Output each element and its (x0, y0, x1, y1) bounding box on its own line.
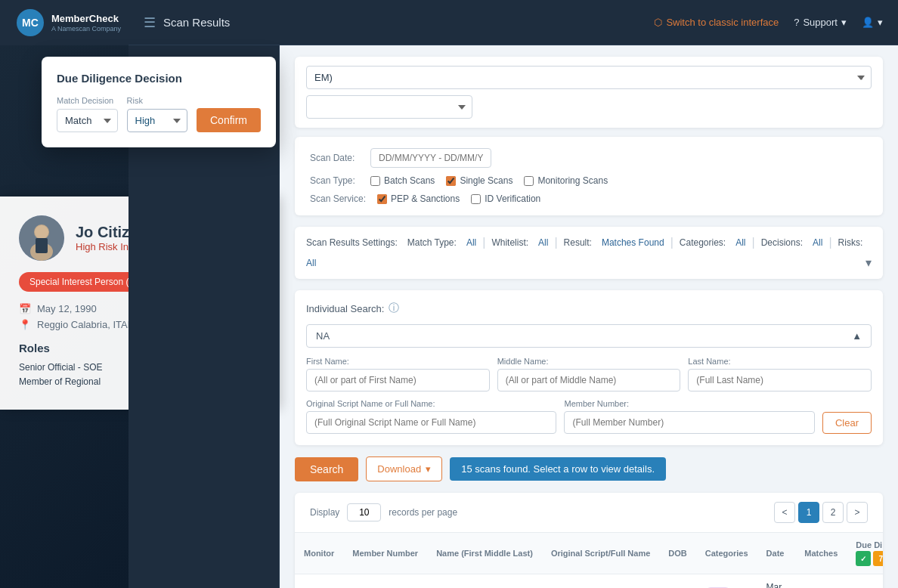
col-member-number: Member Number (343, 533, 427, 574)
membercheck-logo: MC (15, 8, 45, 38)
last-name-label: Last Name: (688, 357, 872, 366)
support-icon: ? (794, 17, 799, 28)
whitelist-value[interactable]: All (538, 237, 548, 248)
table-row[interactable]: PEP SIP Mar 19, 2021 1 (295, 574, 883, 589)
member-number-group: Member Number: (564, 399, 814, 434)
download-button[interactable]: Download ▾ (366, 456, 442, 481)
last-name-input[interactable] (688, 369, 872, 391)
match-type-value[interactable]: All (466, 237, 476, 248)
top-filter-bar: EM) ▾ (295, 57, 883, 128)
member-number-input[interactable] (564, 411, 814, 434)
logo-subtitle: A Namescan Company (51, 25, 121, 32)
risks-value[interactable]: All (306, 258, 316, 268)
decisions-label: Decisions: (761, 237, 803, 248)
original-script-input[interactable] (306, 411, 556, 434)
match-type-label: Match Type: (407, 237, 457, 248)
records-per-page-label: records per page (389, 507, 457, 518)
single-scans-checkbox[interactable]: Single Scans (446, 175, 512, 186)
original-script-group: Original Script Name or Full Name: (306, 399, 556, 434)
pep-sanctions-checkbox[interactable]: PEP & Sanctions (377, 193, 460, 204)
search-na-dropdown[interactable]: NA ▲ (306, 324, 872, 348)
scan-service-checkboxes: PEP & Sanctions ID Verification (377, 193, 540, 204)
search-button[interactable]: Search (295, 457, 358, 481)
scan-type-row: Scan Type: Batch Scans Single Scans Moni… (310, 175, 868, 186)
middle-name-input[interactable] (497, 369, 681, 391)
main-dropdown[interactable]: EM) (306, 66, 872, 89)
monitoring-scans-checkbox[interactable]: Monitoring Scans (524, 175, 608, 186)
records-per-page-input[interactable] (347, 503, 381, 521)
table-controls: Display records per page < 1 2 > (295, 493, 883, 533)
batch-scans-checkbox[interactable]: Batch Scans (370, 175, 435, 186)
confirm-button[interactable]: Confirm (197, 108, 261, 132)
col-original-script: Original Script/Full Name (542, 533, 659, 574)
cell-categories: PEP SIP (696, 574, 757, 589)
support-button[interactable]: ? Support ▾ (794, 17, 847, 28)
due-diligence-row: Match Decision Match No Match Unknown Ri… (57, 96, 261, 132)
calendar-icon: 📅 (19, 303, 31, 314)
risk-select[interactable]: High Medium Low (127, 109, 188, 132)
switch-interface-link[interactable]: ⬡ Switch to classic interface (654, 17, 779, 28)
settings-expand-icon[interactable]: ▾ (865, 255, 872, 270)
main-content: EM) ▾ Scan Date: Scan Type: (280, 45, 898, 588)
scan-date-label: Scan Date: (310, 153, 359, 163)
search-fields-bottom-row: Original Script Name or Full Name: Membe… (306, 399, 872, 434)
results-table-container: Display records per page < 1 2 > Monitor… (295, 493, 883, 588)
page-1-button[interactable]: 1 (798, 502, 819, 523)
due-diligence-title: Due Diligence Decision (57, 72, 261, 85)
menu-icon[interactable]: ☰ (144, 14, 156, 31)
download-chevron-icon: ▾ (426, 463, 431, 475)
scan-service-row: Scan Service: PEP & Sanctions ID Verific… (310, 193, 868, 204)
cell-dob (659, 574, 695, 589)
match-decision-field: Match Decision Match No Match Unknown (57, 96, 118, 132)
avatar (19, 215, 64, 261)
match-decision-select[interactable]: Match No Match Unknown (57, 109, 118, 132)
role-name-1: Senior Official - SOE (19, 362, 102, 373)
scan-service-label: Scan Service: (310, 193, 366, 204)
match-decision-label: Match Decision (57, 96, 118, 105)
cell-monitor (295, 574, 343, 589)
categories-value[interactable]: All (735, 237, 745, 248)
na-chevron-icon: ▲ (852, 330, 862, 342)
scan-type-checkboxes: Batch Scans Single Scans Monitoring Scan… (370, 175, 608, 186)
prev-page-button[interactable]: < (774, 502, 795, 523)
table-header: Monitor Member Number Name (First Middle… (295, 533, 883, 574)
scan-date-input[interactable] (370, 148, 491, 168)
settings-title: Scan Results Settings: (306, 237, 398, 248)
page-title: Scan Results (163, 16, 230, 29)
location-icon: 📍 (19, 319, 31, 330)
scan-date-row: Scan Date: (310, 148, 868, 168)
display-label: Display (310, 507, 339, 518)
user-menu[interactable]: 👤 ▾ (862, 17, 883, 28)
secondary-dropdown[interactable] (306, 95, 472, 119)
col-dob: DOB (659, 533, 695, 574)
main-dropdown-wrapper: EM) ▾ (306, 66, 872, 89)
member-number-label: Member Number: (564, 399, 814, 408)
support-chevron-icon: ▾ (841, 17, 847, 28)
scan-results-settings: Scan Results Settings: Match Type: All |… (295, 227, 883, 279)
pagination: < 1 2 > (774, 502, 868, 523)
risk-field: Risk High Medium Low (127, 96, 188, 132)
top-filter-row1: EM) ▾ (306, 66, 872, 89)
next-page-button[interactable]: > (847, 502, 868, 523)
first-name-input[interactable] (306, 369, 490, 391)
search-fields-grid: First Name: Middle Name: Last Name: (306, 357, 872, 391)
cell-due-diligence (847, 574, 883, 589)
result-value[interactable]: Matches Found (602, 237, 664, 248)
table-body: PEP SIP Mar 19, 2021 1 (295, 574, 883, 589)
main-inner: EM) ▾ Scan Date: Scan Type: (280, 45, 898, 588)
individual-search-section: Individual Search: ⓘ NA ▲ First Name: Mi… (295, 290, 883, 445)
cell-name (427, 574, 542, 589)
page-2-button[interactable]: 2 (822, 502, 844, 523)
ddi-check-icon: ✓ (856, 551, 871, 566)
result-label: Result: (564, 237, 592, 248)
col-name: Name (First Middle Last) (427, 533, 542, 574)
id-verification-checkbox[interactable]: ID Verification (471, 193, 540, 204)
scan-type-label: Scan Type: (310, 175, 359, 186)
user-chevron-icon: ▾ (878, 17, 883, 28)
dropdown-arrow-icon: ▾ (859, 72, 864, 82)
clear-button[interactable]: Clear (822, 412, 872, 434)
logo-name: MemberCheck (51, 13, 121, 25)
decisions-value[interactable]: All (813, 237, 822, 248)
col-monitor: Monitor (295, 533, 343, 574)
info-icon: ⓘ (389, 302, 399, 315)
